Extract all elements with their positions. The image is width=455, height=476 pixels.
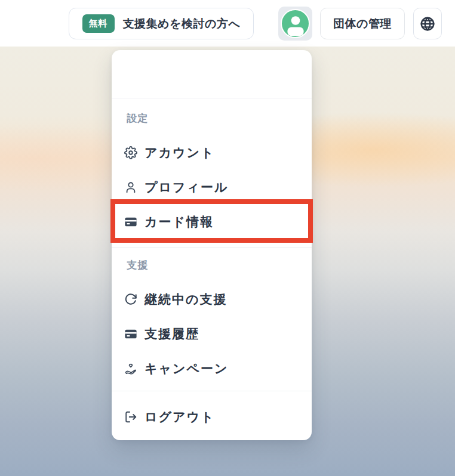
section-label-settings: 設定	[112, 113, 312, 125]
settings-section: 設定 アカウント プロフィール	[112, 113, 312, 239]
avatar	[281, 9, 310, 38]
menu-item-label: ログアウト	[145, 409, 214, 425]
org-management-button[interactable]: 団体の管理	[320, 8, 405, 39]
hand-heart-icon	[124, 362, 137, 375]
menu-item-logout[interactable]: ログアウト	[112, 400, 312, 434]
free-badge: 無料	[82, 14, 115, 33]
account-dropdown-menu: 設定 アカウント プロフィール	[112, 50, 312, 440]
globe-icon	[420, 16, 435, 32]
menu-user-area	[112, 50, 312, 98]
user-avatar-icon	[282, 11, 309, 37]
divider	[112, 247, 312, 248]
divider	[112, 98, 312, 98]
language-button[interactable]	[413, 8, 442, 39]
cta-label: 支援集めを検討の方へ	[123, 16, 241, 32]
menu-item-recurring-support[interactable]: 継続中の支援	[112, 282, 312, 317]
menu-item-label: プロフィール	[145, 179, 228, 196]
divider	[112, 391, 312, 391]
org-management-label: 団体の管理	[333, 16, 392, 32]
menu-item-label: キャンペーン	[145, 360, 228, 377]
account-menu-button[interactable]	[278, 7, 312, 41]
top-nav: 無料 支援集めを検討の方へ 団体の管理	[0, 0, 455, 47]
logout-icon	[124, 410, 137, 424]
menu-item-label: アカウント	[145, 144, 214, 161]
section-label-support: 支援	[112, 259, 312, 271]
gear-icon	[124, 146, 137, 159]
menu-item-profile[interactable]: プロフィール	[112, 170, 312, 205]
credit-card-icon	[124, 215, 137, 228]
credit-card-icon	[124, 327, 137, 341]
menu-item-campaign[interactable]: キャンペーン	[112, 351, 312, 386]
support-section: 支援 継続中の支援 支援履歴	[112, 259, 312, 386]
menu-item-support-history[interactable]: 支援履歴	[112, 317, 312, 351]
user-icon	[124, 181, 137, 194]
menu-item-label: 継続中の支援	[145, 291, 228, 308]
menu-item-label: カード情報	[145, 214, 214, 230]
fundraising-cta-button[interactable]: 無料 支援集めを検討の方へ	[69, 8, 254, 39]
refresh-icon	[124, 293, 137, 306]
menu-item-account[interactable]: アカウント	[112, 135, 312, 170]
menu-item-card-info[interactable]: カード情報	[112, 205, 312, 239]
menu-item-label: 支援履歴	[145, 326, 199, 342]
